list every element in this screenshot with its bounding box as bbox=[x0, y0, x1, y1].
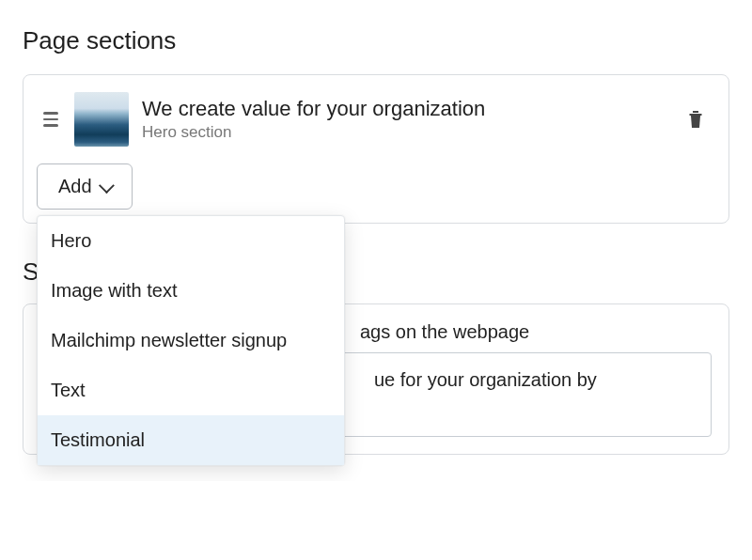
delete-section-button[interactable] bbox=[687, 110, 712, 129]
svg-rect-1 bbox=[693, 111, 698, 113]
section-subtitle: Hero section bbox=[142, 123, 674, 142]
chevron-down-icon bbox=[99, 178, 115, 194]
trash-icon bbox=[687, 110, 704, 129]
section-text-group: We create value for your organization He… bbox=[142, 97, 674, 142]
section-row[interactable]: We create value for your organization He… bbox=[37, 88, 715, 163]
page-sections-heading: Page sections bbox=[23, 26, 729, 55]
dropdown-item-mailchimp[interactable]: Mailchimp newsletter signup bbox=[38, 316, 344, 366]
svg-rect-0 bbox=[690, 114, 702, 116]
dropdown-item-testimonial[interactable]: Testimonial bbox=[38, 415, 344, 465]
add-section-dropdown: Hero Image with text Mailchimp newslette… bbox=[37, 215, 345, 466]
dropdown-item-image-with-text[interactable]: Image with text bbox=[38, 266, 344, 316]
section-thumbnail bbox=[74, 92, 129, 147]
add-section-wrapper: Add Hero Image with text Mailchimp newsl… bbox=[37, 163, 133, 210]
add-section-button[interactable]: Add bbox=[37, 163, 133, 210]
page-sections-panel: We create value for your organization He… bbox=[23, 74, 729, 224]
dropdown-item-hero[interactable]: Hero bbox=[38, 216, 344, 266]
dropdown-item-text[interactable]: Text bbox=[38, 366, 344, 415]
section-title: We create value for your organization bbox=[142, 97, 674, 121]
drag-handle-icon[interactable] bbox=[40, 109, 61, 130]
add-button-label: Add bbox=[58, 176, 92, 197]
